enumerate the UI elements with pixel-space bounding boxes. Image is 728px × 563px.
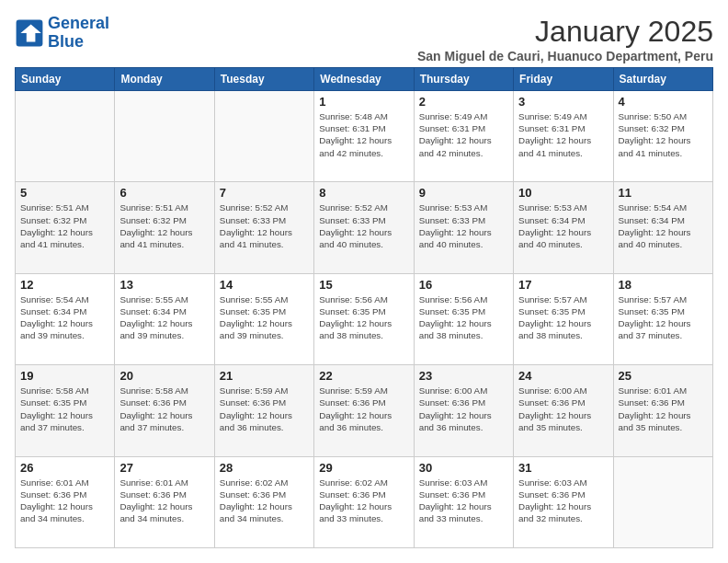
calendar-cell: 14 Sunrise: 5:55 AMSunset: 6:35 PMDaylig… xyxy=(214,273,313,364)
calendar-cell xyxy=(16,91,115,182)
day-info: Sunrise: 5:57 AMSunset: 6:35 PMDaylight:… xyxy=(518,293,608,342)
header: General Blue January 2025 San Miguel de … xyxy=(15,15,713,63)
day-number: 18 xyxy=(619,278,708,292)
header-tuesday: Tuesday xyxy=(214,68,313,91)
calendar-cell: 23 Sunrise: 6:00 AMSunset: 6:36 PMDaylig… xyxy=(414,365,513,456)
day-info: Sunrise: 5:48 AMSunset: 6:31 PMDaylight:… xyxy=(319,110,408,159)
day-number: 24 xyxy=(518,369,608,383)
header-wednesday: Wednesday xyxy=(314,68,414,91)
calendar-week-5: 26 Sunrise: 6:01 AMSunset: 6:36 PMDaylig… xyxy=(16,456,713,547)
calendar-cell: 13 Sunrise: 5:55 AMSunset: 6:34 PMDaylig… xyxy=(115,273,214,364)
day-info: Sunrise: 6:03 AMSunset: 6:36 PMDaylight:… xyxy=(419,477,508,525)
day-info: Sunrise: 6:03 AMSunset: 6:36 PMDaylight:… xyxy=(518,477,608,525)
calendar-cell: 1 Sunrise: 5:48 AMSunset: 6:31 PMDayligh… xyxy=(314,91,414,182)
calendar-cell: 16 Sunrise: 5:56 AMSunset: 6:35 PMDaylig… xyxy=(414,273,513,364)
day-number: 30 xyxy=(419,461,508,475)
calendar-cell: 28 Sunrise: 6:02 AMSunset: 6:36 PMDaylig… xyxy=(214,456,313,547)
day-info: Sunrise: 5:55 AMSunset: 6:35 PMDaylight:… xyxy=(220,293,309,342)
day-number: 10 xyxy=(518,186,608,200)
day-number: 20 xyxy=(119,369,209,383)
day-info: Sunrise: 5:50 AMSunset: 6:32 PMDaylight:… xyxy=(619,110,708,159)
header-sunday: Sunday xyxy=(16,68,115,91)
calendar-cell: 3 Sunrise: 5:49 AMSunset: 6:31 PMDayligh… xyxy=(514,91,613,182)
page: General Blue January 2025 San Miguel de … xyxy=(0,0,728,563)
header-friday: Friday xyxy=(514,68,613,91)
calendar-cell: 20 Sunrise: 5:58 AMSunset: 6:36 PMDaylig… xyxy=(115,365,214,456)
day-info: Sunrise: 5:59 AMSunset: 6:36 PMDaylight:… xyxy=(220,385,309,433)
day-number: 6 xyxy=(119,186,209,200)
day-number: 23 xyxy=(419,369,508,383)
day-number: 14 xyxy=(220,278,309,292)
day-info: Sunrise: 6:01 AMSunset: 6:36 PMDaylight:… xyxy=(20,477,109,525)
day-number: 7 xyxy=(220,186,309,200)
calendar-cell: 4 Sunrise: 5:50 AMSunset: 6:32 PMDayligh… xyxy=(613,91,712,182)
day-number: 19 xyxy=(20,369,109,383)
calendar-cell: 27 Sunrise: 6:01 AMSunset: 6:36 PMDaylig… xyxy=(115,456,214,547)
calendar-cell: 12 Sunrise: 5:54 AMSunset: 6:34 PMDaylig… xyxy=(16,273,115,364)
day-number: 27 xyxy=(119,461,209,475)
day-info: Sunrise: 5:52 AMSunset: 6:33 PMDaylight:… xyxy=(319,201,408,250)
calendar-title: January 2025 xyxy=(417,15,713,49)
day-info: Sunrise: 5:54 AMSunset: 6:34 PMDaylight:… xyxy=(619,201,708,250)
calendar-table: Sunday Monday Tuesday Wednesday Thursday… xyxy=(15,67,713,548)
title-section: January 2025 San Miguel de Cauri, Huanuc… xyxy=(417,15,713,63)
day-info: Sunrise: 5:57 AMSunset: 6:35 PMDaylight:… xyxy=(619,293,708,342)
day-info: Sunrise: 5:58 AMSunset: 6:35 PMDaylight:… xyxy=(20,385,109,433)
calendar-cell: 22 Sunrise: 5:59 AMSunset: 6:36 PMDaylig… xyxy=(314,365,414,456)
day-info: Sunrise: 6:02 AMSunset: 6:36 PMDaylight:… xyxy=(220,477,309,525)
calendar-cell: 18 Sunrise: 5:57 AMSunset: 6:35 PMDaylig… xyxy=(613,273,712,364)
day-info: Sunrise: 6:01 AMSunset: 6:36 PMDaylight:… xyxy=(619,385,708,433)
day-number: 26 xyxy=(20,461,109,475)
header-monday: Monday xyxy=(115,68,214,91)
day-number: 12 xyxy=(20,278,109,292)
calendar-cell: 2 Sunrise: 5:49 AMSunset: 6:31 PMDayligh… xyxy=(414,91,513,182)
day-number: 25 xyxy=(619,369,708,383)
header-saturday: Saturday xyxy=(613,68,712,91)
day-number: 9 xyxy=(419,186,508,200)
calendar-cell: 6 Sunrise: 5:51 AMSunset: 6:32 PMDayligh… xyxy=(115,182,214,273)
day-info: Sunrise: 5:53 AMSunset: 6:33 PMDaylight:… xyxy=(419,201,508,250)
day-info: Sunrise: 5:49 AMSunset: 6:31 PMDaylight:… xyxy=(419,110,508,159)
day-info: Sunrise: 6:02 AMSunset: 6:36 PMDaylight:… xyxy=(319,477,408,525)
day-info: Sunrise: 6:01 AMSunset: 6:36 PMDaylight:… xyxy=(119,477,209,525)
logo: General Blue xyxy=(15,15,109,52)
day-number: 5 xyxy=(20,186,109,200)
day-number: 21 xyxy=(220,369,309,383)
day-number: 17 xyxy=(518,278,608,292)
logo-icon xyxy=(15,18,44,48)
calendar-cell: 29 Sunrise: 6:02 AMSunset: 6:36 PMDaylig… xyxy=(314,456,414,547)
calendar-week-3: 12 Sunrise: 5:54 AMSunset: 6:34 PMDaylig… xyxy=(16,273,713,364)
header-thursday: Thursday xyxy=(414,68,513,91)
day-info: Sunrise: 5:59 AMSunset: 6:36 PMDaylight:… xyxy=(319,385,408,433)
day-info: Sunrise: 5:54 AMSunset: 6:34 PMDaylight:… xyxy=(20,293,109,342)
calendar-cell: 11 Sunrise: 5:54 AMSunset: 6:34 PMDaylig… xyxy=(613,182,712,273)
calendar-week-1: 1 Sunrise: 5:48 AMSunset: 6:31 PMDayligh… xyxy=(16,91,713,182)
calendar-cell xyxy=(214,91,313,182)
day-info: Sunrise: 5:51 AMSunset: 6:32 PMDaylight:… xyxy=(119,201,209,250)
day-number: 1 xyxy=(319,95,408,109)
day-info: Sunrise: 5:52 AMSunset: 6:33 PMDaylight:… xyxy=(220,201,309,250)
day-number: 2 xyxy=(419,95,508,109)
calendar-cell: 7 Sunrise: 5:52 AMSunset: 6:33 PMDayligh… xyxy=(214,182,313,273)
calendar-cell: 5 Sunrise: 5:51 AMSunset: 6:32 PMDayligh… xyxy=(16,182,115,273)
logo-text: General Blue xyxy=(48,15,109,52)
day-number: 11 xyxy=(619,186,708,200)
calendar-cell: 17 Sunrise: 5:57 AMSunset: 6:35 PMDaylig… xyxy=(514,273,613,364)
calendar-cell: 9 Sunrise: 5:53 AMSunset: 6:33 PMDayligh… xyxy=(414,182,513,273)
logo-line1: General xyxy=(48,14,109,32)
day-info: Sunrise: 5:58 AMSunset: 6:36 PMDaylight:… xyxy=(119,385,209,433)
day-info: Sunrise: 5:49 AMSunset: 6:31 PMDaylight:… xyxy=(518,110,608,159)
day-number: 13 xyxy=(119,278,209,292)
calendar-cell: 31 Sunrise: 6:03 AMSunset: 6:36 PMDaylig… xyxy=(514,456,613,547)
day-info: Sunrise: 6:00 AMSunset: 6:36 PMDaylight:… xyxy=(419,385,508,433)
calendar-week-2: 5 Sunrise: 5:51 AMSunset: 6:32 PMDayligh… xyxy=(16,182,713,273)
calendar-cell: 30 Sunrise: 6:03 AMSunset: 6:36 PMDaylig… xyxy=(414,456,513,547)
day-number: 3 xyxy=(518,95,608,109)
day-info: Sunrise: 5:56 AMSunset: 6:35 PMDaylight:… xyxy=(419,293,508,342)
calendar-cell xyxy=(613,456,712,547)
calendar-cell: 26 Sunrise: 6:01 AMSunset: 6:36 PMDaylig… xyxy=(16,456,115,547)
calendar-cell xyxy=(115,91,214,182)
day-info: Sunrise: 5:55 AMSunset: 6:34 PMDaylight:… xyxy=(119,293,209,342)
day-info: Sunrise: 5:56 AMSunset: 6:35 PMDaylight:… xyxy=(319,293,408,342)
calendar-cell: 15 Sunrise: 5:56 AMSunset: 6:35 PMDaylig… xyxy=(314,273,414,364)
